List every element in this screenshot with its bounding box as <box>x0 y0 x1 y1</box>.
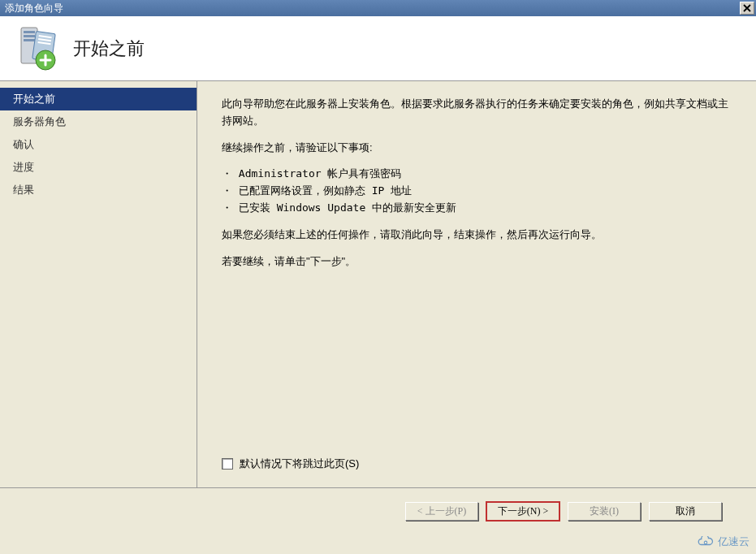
server-icon <box>16 26 57 71</box>
sidebar-item-progress[interactable]: 进度 <box>0 156 197 179</box>
watermark-text: 亿速云 <box>718 535 750 549</box>
skip-checkbox-row[interactable]: 默认情况下将跳过此页(S) <box>222 457 732 471</box>
wizard-steps-sidebar: 开始之前 服务器角色 确认 进度 结果 <box>0 81 197 487</box>
sidebar-item-server-roles[interactable]: 服务器角色 <box>0 110 197 133</box>
window-title: 添加角色向导 <box>5 2 63 15</box>
previous-button: < 上一步(P) <box>405 502 478 521</box>
titlebar: 添加角色向导 <box>0 0 756 16</box>
sidebar-item-before-begin[interactable]: 开始之前 <box>0 88 197 110</box>
cloud-icon <box>697 536 715 548</box>
skip-checkbox[interactable] <box>222 458 233 470</box>
continue-note: 若要继续，请单击"下一步"。 <box>222 253 732 271</box>
close-button[interactable] <box>740 2 754 15</box>
next-button[interactable]: 下一步(N) > <box>486 502 559 521</box>
close-icon <box>743 4 751 12</box>
intro-text: 此向导帮助您在此服务器上安装角色。根据要求此服务器执行的任务来确定要安装的角色，… <box>222 96 732 130</box>
content-panel: 此向导帮助您在此服务器上安装角色。根据要求此服务器执行的任务来确定要安装的角色，… <box>197 81 756 487</box>
svg-rect-3 <box>24 39 35 41</box>
install-button: 安装(I) <box>568 502 641 521</box>
verify-bullets: Administrator 帐户具有强密码 已配置网络设置，例如静态 IP 地址… <box>222 166 732 216</box>
cancel-note: 如果您必须结束上述的任何操作，请取消此向导，结束操作，然后再次运行向导。 <box>222 227 732 244</box>
bullet-item: 已配置网络设置，例如静态 IP 地址 <box>222 183 732 200</box>
bullet-item: Administrator 帐户具有强密码 <box>222 166 732 183</box>
cancel-button[interactable]: 取消 <box>649 502 722 521</box>
svg-point-9 <box>704 541 707 544</box>
skip-checkbox-label: 默认情况下将跳过此页(S) <box>240 457 359 471</box>
verify-prompt: 继续操作之前，请验证以下事项: <box>222 140 732 157</box>
main-area: 开始之前 服务器角色 确认 进度 结果 此向导帮助您在此服务器上安装角色。根据要… <box>0 81 756 487</box>
sidebar-item-confirm[interactable]: 确认 <box>0 133 197 156</box>
watermark: 亿速云 <box>697 535 750 549</box>
svg-rect-2 <box>24 35 35 37</box>
svg-rect-1 <box>24 31 35 33</box>
wizard-footer: < 上一步(P) 下一步(N) > 安装(I) 取消 <box>0 487 756 535</box>
page-title: 开始之前 <box>73 37 145 61</box>
bullet-item: 已安装 Windows Update 中的最新安全更新 <box>222 200 732 217</box>
sidebar-item-results[interactable]: 结果 <box>0 179 197 201</box>
wizard-header: 开始之前 <box>0 16 756 81</box>
